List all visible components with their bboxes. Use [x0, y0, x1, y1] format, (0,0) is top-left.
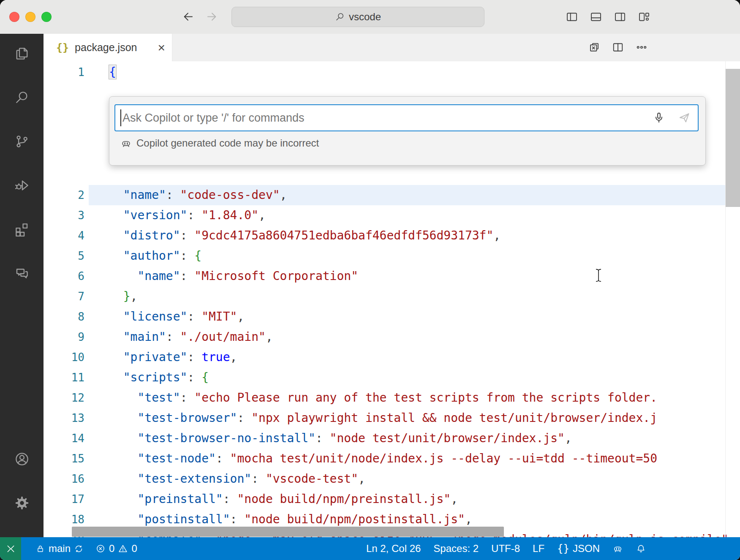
- close-window-button[interactable]: [9, 12, 19, 22]
- copilot-chat-input[interactable]: Ask Copilot or type '/' for commands: [114, 104, 699, 131]
- run-and-debug-icon: [14, 177, 30, 193]
- code-line-14[interactable]: 14 "test-browser-no-install": "node test…: [44, 428, 740, 449]
- activity-item-accounts[interactable]: [11, 449, 33, 470]
- split-editor-icon[interactable]: [612, 41, 624, 54]
- activity-item-chat[interactable]: [11, 263, 33, 284]
- branch-item[interactable]: main: [35, 543, 84, 555]
- code-line-4[interactable]: 4 "distro": "9cdc4175a8604751edba6baf46e…: [44, 226, 740, 246]
- layout-controls: [566, 11, 650, 23]
- indentation[interactable]: Spaces: 2: [433, 543, 479, 555]
- search-icon: [14, 90, 30, 106]
- close-all-icon[interactable]: [588, 41, 601, 54]
- activity-bar-top: [11, 43, 33, 284]
- activity-item-run-and-debug[interactable]: [11, 175, 33, 196]
- panel-left-icon[interactable]: [566, 11, 578, 23]
- layout-customize-icon[interactable]: [638, 11, 650, 23]
- language-mode-label: JSON: [573, 543, 600, 555]
- panel-bottom-icon[interactable]: [590, 11, 602, 23]
- copilot-status[interactable]: [612, 544, 623, 554]
- code-text: "private": true,: [109, 347, 740, 367]
- line-number: 12: [44, 388, 84, 408]
- panel-right-icon[interactable]: [614, 11, 626, 23]
- code-line-2[interactable]: 2 "name": "code-oss-dev",: [44, 185, 740, 205]
- cursor-position-label: Ln 2, Col 26: [366, 543, 421, 555]
- source-control-icon: [14, 133, 30, 150]
- code-text: {: [109, 62, 740, 82]
- tab-bar: {} package.json ×: [44, 34, 740, 61]
- line-number: 2: [44, 185, 84, 205]
- code-text: "version": "1.84.0",: [109, 205, 740, 226]
- line-number: 8: [44, 307, 84, 327]
- code-text: "name": "Microsoft Corporation": [109, 266, 740, 286]
- cursor-position[interactable]: Ln 2, Col 26: [366, 543, 421, 555]
- problems-item[interactable]: 00: [95, 543, 137, 555]
- code-line-10[interactable]: 10 "private": true,: [44, 347, 740, 367]
- code-line-7[interactable]: 7 },: [44, 286, 740, 307]
- activity-item-search[interactable]: [11, 87, 33, 108]
- back-arrow-icon[interactable]: [182, 10, 195, 23]
- code-line-15[interactable]: 15 "test-node": "mocha test/unit/node/in…: [44, 449, 740, 469]
- warning-icon: [118, 544, 128, 554]
- activity-bar-bottom: [11, 449, 33, 514]
- search-value: vscode: [349, 11, 381, 23]
- code-line-8[interactable]: 8 "license": "MIT",: [44, 307, 740, 327]
- settings-icon: [14, 495, 30, 511]
- tab-package-json[interactable]: {} package.json ×: [44, 34, 172, 61]
- line-number: 11: [44, 367, 84, 388]
- code-line-9[interactable]: 9 "main": "./out/main",: [44, 327, 740, 347]
- microphone-icon[interactable]: [652, 111, 666, 125]
- line-number: 15: [44, 449, 84, 469]
- json-braces-icon: {}: [557, 543, 569, 555]
- code-text: "test-browser-no-install": "node test/un…: [109, 428, 740, 449]
- code-line-13[interactable]: 13 "test-browser": "npx playwright insta…: [44, 408, 740, 428]
- copilot-icon: [612, 544, 623, 554]
- code-line-3[interactable]: 3 "version": "1.84.0",: [44, 205, 740, 226]
- code-line-1[interactable]: 1{: [44, 62, 740, 82]
- indentation-label: Spaces: 2: [433, 543, 479, 555]
- line-number: 16: [44, 469, 84, 489]
- line-number: 5: [44, 246, 84, 266]
- sync-icon: [74, 544, 84, 554]
- language-mode[interactable]: {}JSON: [557, 543, 600, 555]
- horizontal-scrollbar-thumb[interactable]: [72, 527, 504, 537]
- code-line-12[interactable]: 12 "test": "echo Please run any of the t…: [44, 388, 740, 408]
- command-center-search[interactable]: vscode: [231, 7, 484, 27]
- code-text: "distro": "9cdc4175a8604751edba6baf46edf…: [109, 226, 740, 246]
- remote-indicator[interactable]: [0, 537, 21, 560]
- code-line-17[interactable]: 17 "preinstall": "node build/npm/preinst…: [44, 489, 740, 509]
- code-text: "name": "code-oss-dev",: [109, 185, 740, 205]
- minimize-window-button[interactable]: [25, 12, 35, 22]
- activity-item-settings[interactable]: [11, 492, 33, 514]
- activity-item-extensions[interactable]: [11, 219, 33, 240]
- line-number: 14: [44, 428, 84, 449]
- line-number: 3: [44, 205, 84, 226]
- close-tab-icon[interactable]: ×: [158, 41, 165, 54]
- line-number: 4: [44, 226, 84, 246]
- vertical-scrollbar-thumb[interactable]: [726, 69, 740, 207]
- activity-item-source-control[interactable]: [11, 131, 33, 152]
- code-line-5[interactable]: 5 "author": {: [44, 246, 740, 266]
- json-file-icon: {}: [56, 41, 69, 54]
- zoom-window-button[interactable]: [41, 12, 52, 22]
- code-line-6[interactable]: 6 "name": "Microsoft Corporation": [44, 266, 740, 286]
- status-bar: main00 Ln 2, Col 26Spaces: 2UTF-8LF{}JSO…: [0, 537, 740, 560]
- code-line-16[interactable]: 16 "test-extension": "vscode-test",: [44, 469, 740, 489]
- activity-item-explorer[interactable]: [11, 43, 33, 64]
- line-number: 13: [44, 408, 84, 428]
- more-actions-icon[interactable]: [635, 41, 648, 54]
- eol-label: LF: [533, 543, 544, 555]
- chat-placeholder: Ask Copilot or type '/' for commands: [122, 111, 304, 125]
- code-line-11[interactable]: 11 "scripts": {: [44, 367, 740, 388]
- line-number: 7: [44, 286, 84, 307]
- notifications[interactable]: [636, 544, 646, 554]
- eol[interactable]: LF: [533, 543, 544, 555]
- code-text: "scripts": {: [109, 367, 740, 388]
- code-text: "test-node": "mocha test/unit/node/index…: [109, 449, 740, 469]
- editor[interactable]: 1{2 "name": "code-oss-dev",3 "version": …: [44, 61, 740, 537]
- forward-arrow-icon[interactable]: [205, 10, 218, 23]
- activity-bar: [0, 34, 44, 537]
- encoding[interactable]: UTF-8: [491, 543, 520, 555]
- send-icon[interactable]: [677, 111, 691, 125]
- copilot-hint-text: Copilot generated code may be incorrect: [136, 137, 319, 149]
- status-bar-right: Ln 2, Col 26Spaces: 2UTF-8LF{}JSON: [366, 543, 740, 555]
